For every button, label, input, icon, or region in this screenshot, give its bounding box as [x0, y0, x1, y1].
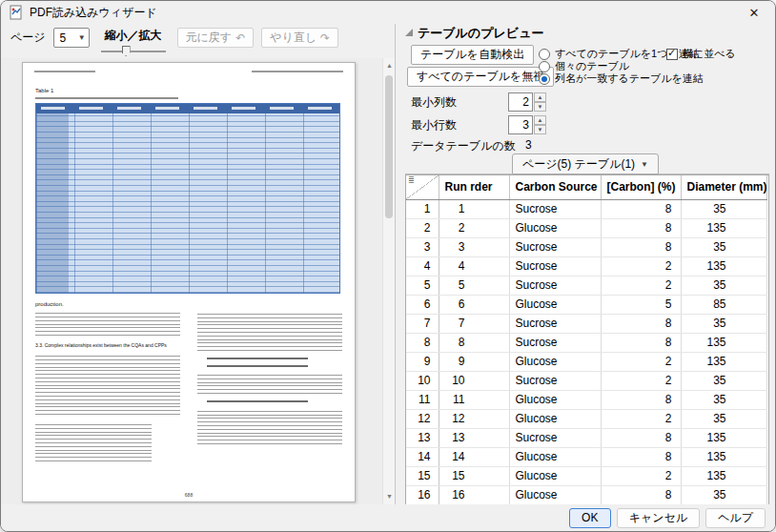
- column-header-diameter[interactable]: Diameter (mm): [681, 175, 766, 199]
- row-number-cell[interactable]: 4: [406, 256, 439, 276]
- scroll-up-arrow-icon[interactable]: ▲: [383, 59, 395, 72]
- data-cell: 9: [439, 352, 509, 371]
- stepper-up-icon[interactable]: ▲: [534, 115, 546, 125]
- left-toolbar: ページ 5 ▼ 縮小／拡大 元に戻す ↶ やり直し: [1, 24, 395, 58]
- pdf-preview-area[interactable]: Table 1 production. 3.3. Complex relatio…: [1, 58, 395, 504]
- table-row[interactable]: 33Sucrose835: [406, 237, 766, 256]
- column-header-carbon-source[interactable]: Carbon Source: [509, 175, 601, 199]
- radio-combine-matching-columns[interactable]: 列名が一致するテーブルを連結: [539, 72, 704, 86]
- row-number-cell[interactable]: 1: [406, 199, 439, 218]
- help-button[interactable]: ヘルプ: [705, 508, 766, 528]
- preview-scrollbar[interactable]: ▲ ▼: [382, 58, 395, 504]
- table-row[interactable]: 1616Glucose835: [406, 485, 766, 504]
- data-cell: Glucose: [509, 295, 601, 314]
- stepper-down-icon[interactable]: ▼: [534, 125, 546, 134]
- row-number-cell[interactable]: 11: [406, 390, 439, 409]
- stepper-arrows[interactable]: ▲ ▼: [534, 115, 546, 134]
- row-number-cell[interactable]: 16: [406, 485, 439, 504]
- row-number-cell[interactable]: 8: [406, 333, 439, 352]
- min-columns-stepper[interactable]: 2 ▲ ▼: [508, 92, 546, 112]
- data-cell: 135: [681, 352, 766, 371]
- data-cell: Glucose: [509, 218, 601, 237]
- page-table-selector-label: ページ(5) テーブル(1): [522, 156, 635, 173]
- pdf-table-caption: Table 1: [35, 88, 53, 93]
- table-row[interactable]: 1414Glucose8135: [406, 447, 766, 466]
- table-row[interactable]: 22Glucose8135: [406, 218, 766, 237]
- stepper-down-icon[interactable]: ▼: [534, 102, 546, 112]
- radio-button-icon[interactable]: [539, 61, 550, 72]
- row-number-cell[interactable]: 2: [406, 218, 439, 237]
- table-row[interactable]: 1111Glucose835: [406, 390, 766, 409]
- data-cell: 1: [439, 199, 509, 218]
- redo-button[interactable]: やり直し ↷: [261, 28, 338, 48]
- page-table-selector-button[interactable]: ページ(5) テーブル(1) ▼: [512, 153, 659, 174]
- data-cell: 6: [439, 295, 509, 314]
- ok-button[interactable]: OK: [569, 508, 611, 528]
- preview-scrollbar-thumb[interactable]: [385, 75, 393, 218]
- data-cell: 16: [439, 485, 509, 504]
- column-header-run-order[interactable]: Run rder: [439, 175, 509, 199]
- row-number-cell[interactable]: 9: [406, 352, 439, 371]
- table-menu-icon[interactable]: ≣: [408, 175, 415, 184]
- undo-arrow-icon: ↶: [235, 31, 245, 45]
- zoom-slider[interactable]: [97, 46, 170, 57]
- cancel-button[interactable]: キャンセル: [617, 508, 700, 528]
- table-row[interactable]: 1212Glucose235: [406, 409, 766, 428]
- table-row[interactable]: 77Sucrose835: [406, 314, 766, 333]
- row-number-cell[interactable]: 14: [406, 447, 439, 466]
- text-paragraph-placeholder: [35, 354, 180, 415]
- text-paragraph-placeholder: [197, 313, 342, 351]
- row-number-cell[interactable]: 12: [406, 409, 439, 428]
- table-corner-cell[interactable]: ≣: [406, 175, 439, 199]
- table-row[interactable]: 55Sucrose235: [406, 276, 766, 295]
- table-row[interactable]: 11Sucrose835: [406, 199, 766, 218]
- side-by-side-checkbox[interactable]: 横に並べる: [666, 47, 736, 61]
- row-number-cell[interactable]: 13: [406, 428, 439, 447]
- row-number-cell[interactable]: 6: [406, 295, 439, 314]
- close-button[interactable]: ✕: [733, 1, 775, 24]
- table-row[interactable]: 1313Sucrose8135: [406, 428, 766, 447]
- pdf-page-number: 688: [23, 492, 355, 498]
- table-row[interactable]: 88Sucrose8135: [406, 333, 766, 352]
- auto-detect-tables-button[interactable]: テーブルを自動検出: [411, 45, 534, 65]
- data-cell: Glucose: [509, 466, 601, 485]
- checkbox-label: 横に並べる: [683, 47, 736, 61]
- data-cell: 8: [601, 390, 681, 409]
- row-number-cell[interactable]: 10: [406, 371, 439, 390]
- column-header-carbon-pct[interactable]: [Carbon] (%): [601, 175, 681, 199]
- data-cell: 135: [681, 447, 766, 466]
- data-cell: Sucrose: [509, 314, 601, 333]
- preview-table-container[interactable]: ≣ Run rder Carbon Source [Carbon] (%) Di…: [405, 174, 769, 504]
- row-number-cell[interactable]: 7: [406, 314, 439, 333]
- row-number-cell[interactable]: 5: [406, 276, 439, 295]
- stepper-arrows[interactable]: ▲ ▼: [534, 92, 546, 112]
- undo-button[interactable]: 元に戻す ↶: [177, 28, 255, 48]
- pdf-page[interactable]: Table 1 production. 3.3. Complex relatio…: [22, 62, 356, 502]
- row-number-cell[interactable]: 15: [406, 466, 439, 485]
- data-cell: 8: [601, 199, 681, 218]
- min-columns-value[interactable]: 2: [508, 92, 533, 112]
- redo-arrow-icon: ↷: [320, 31, 330, 45]
- table-row[interactable]: 99Glucose2135: [406, 352, 766, 371]
- data-cell: 3: [439, 237, 509, 256]
- disclosure-triangle-icon[interactable]: [405, 29, 413, 36]
- ignore-all-tables-button[interactable]: すべてのテーブルを無視: [407, 67, 554, 87]
- checkbox-checked-icon[interactable]: [666, 49, 678, 60]
- table-row[interactable]: 66Glucose585: [406, 295, 766, 314]
- page-number-select[interactable]: 5 ▼: [53, 28, 90, 48]
- stepper-up-icon[interactable]: ▲: [534, 92, 546, 102]
- row-number-cell[interactable]: 3: [406, 237, 439, 256]
- table-row[interactable]: 1010Sucrose235: [406, 371, 766, 390]
- scroll-down-arrow-icon[interactable]: ▼: [383, 490, 395, 503]
- min-rows-stepper[interactable]: 3 ▲ ▼: [508, 115, 546, 134]
- data-cell: 135: [681, 428, 766, 447]
- radio-button-icon[interactable]: [539, 49, 550, 60]
- table-row[interactable]: 1515Glucose2135: [406, 466, 766, 485]
- table-row[interactable]: 44Sucrose2135: [406, 256, 766, 276]
- min-rows-value[interactable]: 3: [508, 115, 533, 134]
- data-cell: 8: [601, 237, 681, 256]
- pdf-detected-table-highlight[interactable]: [35, 103, 340, 294]
- radio-button-selected-icon[interactable]: [539, 73, 550, 85]
- zoom-slider-thumb[interactable]: [122, 46, 131, 56]
- title-bar: PDF読み込みウィザード ✕: [1, 1, 775, 24]
